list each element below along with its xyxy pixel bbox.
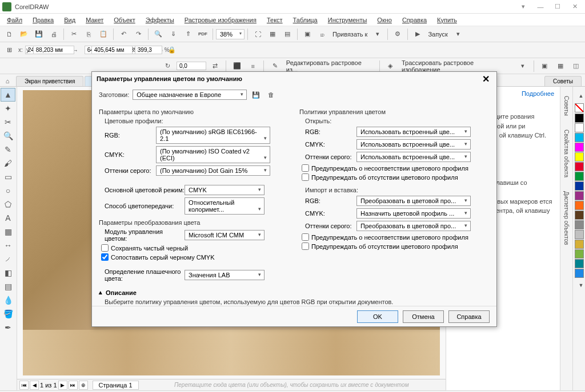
page-add-icon[interactable]: ⊕ <box>79 381 88 390</box>
spot-color-dropdown[interactable]: Значения LAB <box>185 270 265 280</box>
menu-tools[interactable]: Инструменты <box>323 15 372 25</box>
color-swatch[interactable] <box>575 172 584 181</box>
arrange-icon[interactable]: ⬛ <box>230 59 243 73</box>
warn-mismatch-checkbox[interactable] <box>302 164 309 172</box>
rendering-intent-dropdown[interactable]: Относительный колоримет... <box>185 197 265 215</box>
save-icon[interactable]: 💾 <box>32 27 46 41</box>
undo-icon[interactable]: ↶ <box>117 27 130 41</box>
maximize-icon[interactable]: ☐ <box>550 1 566 13</box>
polygon-tool-icon[interactable]: ⬠ <box>1 197 15 211</box>
cancel-button[interactable]: Отмена <box>403 310 444 323</box>
guidelines-icon[interactable]: ▣ <box>300 27 314 41</box>
color-swatch[interactable] <box>575 230 584 239</box>
sy-input[interactable] <box>135 46 162 54</box>
y-input[interactable] <box>33 46 74 54</box>
color-swatch[interactable] <box>575 269 584 278</box>
menu-edit[interactable]: Правка <box>28 15 58 25</box>
color-swatch[interactable] <box>575 133 584 142</box>
page-prev-icon[interactable]: ◀ <box>30 381 39 390</box>
menu-buy[interactable]: Купить <box>432 15 462 25</box>
import-gray-dropdown[interactable]: Преобразовать в цветовой про... <box>356 221 471 231</box>
paste-icon[interactable]: 📋 <box>97 27 110 41</box>
open-gray-dropdown[interactable]: Использовать встроенный цве... <box>356 152 471 162</box>
menu-effects[interactable]: Эффекты <box>141 15 179 25</box>
close-icon[interactable]: ✕ <box>567 1 583 13</box>
snap-label[interactable]: Привязать к <box>330 31 370 38</box>
expand-icon[interactable]: ▴ <box>99 289 102 296</box>
fullscreen-icon[interactable]: ⛶ <box>251 27 265 41</box>
dimension-tool-icon[interactable]: ↔ <box>1 239 15 252</box>
color-swatch[interactable] <box>575 191 584 200</box>
primary-mode-dropdown[interactable]: CMYK <box>185 185 265 195</box>
transparency-icon[interactable]: ▤ <box>1 280 15 293</box>
fill-tool-icon[interactable]: 🪣 <box>1 307 15 321</box>
zoom-dropdown[interactable]: 38% <box>216 29 245 39</box>
delete-preset-icon[interactable]: 🗑 <box>265 89 277 100</box>
menu-object[interactable]: Объект <box>109 15 139 25</box>
dialog-close-icon[interactable]: ✕ <box>480 74 492 84</box>
text-tool-icon[interactable]: A <box>1 211 15 225</box>
search-icon[interactable]: 🔍 <box>151 27 165 41</box>
no-color-swatch[interactable] <box>575 103 584 112</box>
color-swatch[interactable] <box>575 162 584 171</box>
open-cmyk-dropdown[interactable]: Использовать встроенный цве... <box>356 139 471 149</box>
open-icon[interactable]: 📂 <box>17 27 31 41</box>
outline-tool-icon[interactable]: ✒ <box>1 321 15 334</box>
menu-help[interactable]: Справка <box>398 15 431 25</box>
h-input[interactable] <box>91 46 133 54</box>
pick-tool-icon[interactable]: ▲ <box>1 88 15 102</box>
import-rgb-dropdown[interactable]: Преобразовать в цветовой про... <box>356 196 471 206</box>
rectangle-tool-icon[interactable]: ▭ <box>1 170 15 184</box>
palette-down-icon[interactable]: ▼ <box>574 278 585 292</box>
menu-table[interactable]: Таблица <box>289 15 322 25</box>
pdf-icon[interactable]: PDF <box>196 27 210 41</box>
resample-icon[interactable]: ▦ <box>554 59 567 73</box>
color-swatch[interactable] <box>575 240 584 249</box>
color-swatch[interactable] <box>575 220 584 229</box>
rulers-icon[interactable]: ▦ <box>266 27 279 41</box>
page-first-icon[interactable]: ⏮ <box>19 381 29 390</box>
trace-dropdown-icon[interactable]: ▾ <box>516 59 529 73</box>
snap-dropdown-icon[interactable]: ▾ <box>371 27 384 41</box>
color-swatch[interactable] <box>575 201 584 210</box>
import-cmyk-dropdown[interactable]: Назначить цветовой профиль ... <box>356 208 471 219</box>
freehand-tool-icon[interactable]: ✎ <box>1 143 15 156</box>
edit-bitmap-icon[interactable]: ✎ <box>268 59 281 73</box>
save-preset-icon[interactable]: 💾 <box>250 89 262 100</box>
launch-label[interactable]: Запуск <box>426 31 450 38</box>
copy-icon[interactable]: ⎘ <box>82 27 95 41</box>
drop-shadow-icon[interactable]: ◧ <box>1 266 15 280</box>
mirror-h-icon[interactable]: ⇄ <box>209 59 222 73</box>
presets-dropdown[interactable]: Общее назначение в Европе <box>133 90 247 100</box>
color-swatch[interactable] <box>575 114 584 123</box>
palette-up-icon[interactable]: ▲ <box>574 89 585 103</box>
zoom-tool-icon[interactable]: 🔍 <box>1 129 15 143</box>
warn-missing-checkbox[interactable] <box>302 173 309 181</box>
print-icon[interactable]: 🖨 <box>47 27 61 41</box>
connector-tool-icon[interactable]: ⟋ <box>1 252 15 266</box>
menu-file[interactable]: Файл <box>2 15 27 25</box>
tab-welcome[interactable]: Экран приветствия <box>16 76 83 86</box>
page-next-icon[interactable]: ▶ <box>58 381 67 390</box>
page-last-icon[interactable]: ⏭ <box>69 381 78 390</box>
artistic-media-icon[interactable]: 🖌 <box>1 156 15 170</box>
collapse-icon[interactable]: ▾ <box>515 1 531 13</box>
wrap-icon[interactable]: ◫ <box>570 59 583 73</box>
snap-icon[interactable]: ⎄ <box>315 27 329 41</box>
color-swatch[interactable] <box>575 143 584 152</box>
rgb-profile-dropdown[interactable]: (По умолчанию) sRGB IEC61966-2.1 <box>156 127 270 144</box>
page-tab[interactable]: Страница 1 <box>93 381 139 390</box>
grid-icon[interactable]: ▤ <box>281 27 294 41</box>
ellipse-tool-icon[interactable]: ○ <box>1 184 15 197</box>
import-icon[interactable]: ⇓ <box>166 27 180 41</box>
menu-text[interactable]: Текст <box>262 15 287 25</box>
menu-layout[interactable]: Макет <box>81 15 108 25</box>
rotation-input[interactable] <box>177 62 206 70</box>
color-swatch[interactable] <box>575 152 584 161</box>
color-swatch[interactable] <box>575 211 584 220</box>
cut-icon[interactable]: ✂ <box>67 27 81 41</box>
launch-icon[interactable]: ▶ <box>411 27 424 41</box>
crop-icon[interactable]: ▣ <box>538 59 551 73</box>
color-swatch[interactable] <box>575 181 584 191</box>
map-gray-checkbox[interactable] <box>101 253 109 261</box>
